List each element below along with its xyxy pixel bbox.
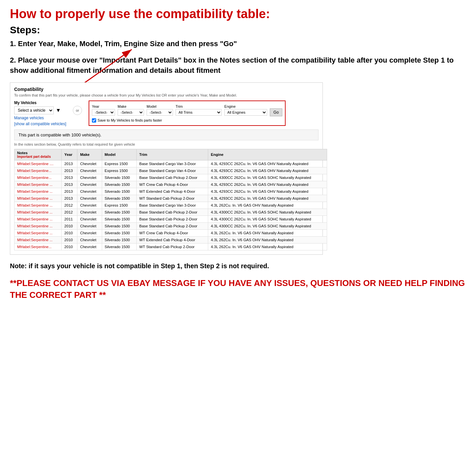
th-make: Make [77, 149, 102, 160]
year-cell: 2012 [62, 202, 77, 209]
model-cell: Silverado 1500 [102, 236, 136, 243]
year-cell: 2013 [62, 174, 77, 181]
make-cell: Chevrolet [77, 167, 102, 174]
trim-cell: Base Standard Cab Pickup 2-Door [136, 174, 208, 181]
engine-cell: 4.3L 262Cu. In. V6 GAS OHV Naturally Asp… [208, 236, 327, 243]
year-cell: 2010 [62, 222, 77, 229]
note-text: Note: if it says your vehicle is not com… [10, 261, 466, 271]
model-cell: Express 1500 [102, 167, 136, 174]
engine-cell: 4.3L 4300CC 262Cu. In. V6 GAS SOHC Natur… [208, 209, 327, 215]
year-cell: 2011 [62, 215, 77, 222]
year-cell: 2012 [62, 209, 77, 215]
my-vehicles-label: My Vehicles [14, 100, 66, 105]
make-cell: Chevrolet [77, 229, 102, 236]
compat-subtitle: To confirm that this part fits your vehi… [14, 93, 319, 97]
year-cell: 2010 [62, 236, 77, 243]
or-divider: or [73, 106, 82, 115]
notes-cell: Mfrlabel:Serpentine .... [14, 160, 62, 167]
engine-label: Engine [224, 104, 267, 108]
engine-cell: 4.3L 4293CC 262Cu. In. V6 GAS OHV Natura… [208, 160, 327, 167]
year-cell: 2010 [62, 229, 77, 236]
model-cell: Silverado 1500 [102, 215, 136, 222]
model-cell: Silverado 1500 [102, 174, 136, 181]
notes-cell: Mfrlabel:Serpentine ... [14, 181, 62, 188]
th-model: Model [102, 149, 136, 160]
table-row: Mfrlabel:Serpentine ...2010ChevroletSilv… [14, 222, 327, 229]
engine-cell: 4.3L 4293CC 262Cu. In. V6 GAS OHV Natura… [208, 167, 327, 174]
year-cell: 2013 [62, 160, 77, 167]
model-cell: Silverado 1500 [102, 243, 136, 250]
year-label: Year [92, 104, 115, 108]
important-part-link[interactable]: Important part details [17, 155, 59, 158]
engine-cell: 4.3L 262Cu. In. V6 GAS OHV Naturally Asp… [208, 202, 327, 209]
trim-cell: Base Standard Cargo Van 4-Door [136, 167, 208, 174]
table-row: Mfrlabel:Serpentine...2010ChevroletSilve… [14, 243, 327, 250]
engine-cell: 4.3L 4293CC 262Cu. In. V6 GAS OHV Natura… [208, 195, 327, 202]
trim-cell: Base Standard Cab Pickup 2-Door [136, 215, 208, 222]
trim-cell: WT Extended Cab Pickup 4-Door [136, 188, 208, 195]
model-cell: Silverado 1500 [102, 209, 136, 215]
save-label: Save to My Vehicles to finds parts faste… [98, 118, 162, 122]
engine-cell: 4.3L 262Cu. In. V6 GAS OHV Naturally Asp… [208, 243, 327, 250]
model-field: Model -Select- [147, 104, 173, 116]
quantity-note: In the notes section below, Quantity ref… [14, 142, 319, 146]
trim-label: Trim [176, 104, 222, 108]
table-row: Mfrlabel:Serpentine ....2013ChevroletExp… [14, 160, 327, 167]
make-cell: Chevrolet [77, 202, 102, 209]
ymm-section: Year -Select- Make -Select- Model [89, 100, 286, 126]
table-row: Mfrlabel:Serpentine ...2010ChevroletSilv… [14, 236, 327, 243]
make-cell: Chevrolet [77, 174, 102, 181]
year-cell: 2013 [62, 167, 77, 174]
make-cell: Chevrolet [77, 195, 102, 202]
year-cell: 2013 [62, 195, 77, 202]
trim-cell: Base Standard Cab Pickup 2-Door [136, 209, 208, 215]
model-cell: Silverado 1500 [102, 195, 136, 202]
year-select[interactable]: -Select- [92, 109, 115, 116]
dropdown-arrow-icon: ▼ [56, 107, 61, 113]
notes-cell: Mfrlabel:Serpentine ... [14, 229, 62, 236]
model-cell: Silverado 1500 [102, 181, 136, 188]
manage-vehicles-link[interactable]: Manage vehicles [14, 116, 66, 120]
go-button[interactable]: Go [270, 108, 282, 116]
trim-select[interactable]: All Trims [176, 109, 222, 116]
make-cell: Chevrolet [77, 181, 102, 188]
save-checkbox[interactable] [92, 118, 96, 123]
model-cell: Silverado 1500 [102, 229, 136, 236]
trim-cell: WT Crew Cab Pickup 4-Door [136, 181, 208, 188]
table-row: Mfrlabel:Serpentine ...2013ChevroletSilv… [14, 188, 327, 195]
step1-text: 1. Enter Year, Make, Model, Trim, Engine… [10, 39, 466, 49]
table-row: Mfrlabel:Serpentine...2013ChevroletExpre… [14, 167, 327, 174]
compat-table: Notes Important part details Year Make M… [14, 149, 327, 250]
trim-cell: Base Standard Cargo Van 3-Door [136, 160, 208, 167]
make-cell: Chevrolet [77, 222, 102, 229]
notes-cell: Mfrlabel:Serpentine ... [14, 222, 62, 229]
year-cell: 2013 [62, 188, 77, 195]
make-select[interactable]: -Select- [118, 109, 144, 116]
compat-title: Compatibility [14, 87, 319, 92]
compatible-banner: This part is compatible with 1000 vehicl… [14, 129, 319, 140]
engine-cell: 4.3L 4300CC 262Cu. In. V6 GAS SOHC Natur… [208, 174, 327, 181]
main-title: How to properly use the compatibility ta… [10, 7, 466, 22]
engine-cell: 4.3L 4293CC 262Cu. In. V6 GAS OHV Natura… [208, 181, 327, 188]
model-select[interactable]: -Select- [147, 109, 173, 116]
notes-cell: Mfrlabel:Serpentine... [14, 174, 62, 181]
model-cell: Silverado 1500 [102, 188, 136, 195]
vehicle-select[interactable]: Select a vehicle [14, 106, 54, 114]
engine-cell: 4.3L 262Cu. In. V6 GAS OHV Naturally Asp… [208, 229, 327, 236]
make-label: Make [118, 104, 144, 108]
year-field: Year -Select- [92, 104, 115, 116]
engine-cell: 4.3L 4293CC 262Cu. In. V6 GAS OHV Natura… [208, 188, 327, 195]
model-cell: Express 1500 [102, 202, 136, 209]
engine-select[interactable]: All Engines [224, 109, 267, 116]
trim-cell: WT Standard Cab Pickup 2-Door [136, 195, 208, 202]
make-cell: Chevrolet [77, 209, 102, 215]
show-all-link[interactable]: [show all compatible vehicles] [14, 122, 66, 126]
notes-cell: Mfrlabel:Serpentine ... [14, 209, 62, 215]
table-row: Mfrlabel:Serpentine ...2011ChevroletSilv… [14, 215, 327, 222]
engine-field: Engine All Engines [224, 104, 267, 116]
notes-cell: Mfrlabel:Serpentine ... [14, 236, 62, 243]
trim-cell: WT Extended Cab Pickup 4-Door [136, 236, 208, 243]
table-row: Mfrlabel:Serpentine ...2010ChevroletSilv… [14, 229, 327, 236]
trim-cell: WT Crew Cab Pickup 4-Door [136, 229, 208, 236]
contact-text: **PLEASE CONTACT US VIA EBAY MESSAGE IF … [10, 277, 466, 301]
